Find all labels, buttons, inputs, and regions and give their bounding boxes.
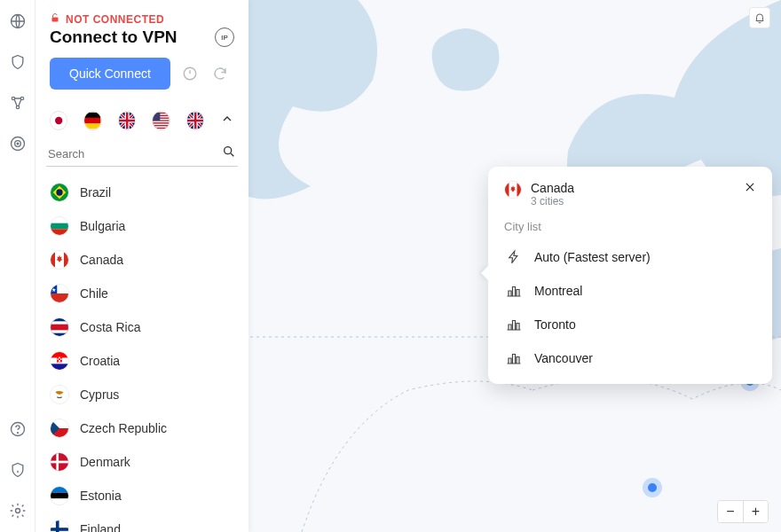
- lock-open-icon: [50, 12, 60, 26]
- city-item-label: Auto (Fastest server): [534, 250, 651, 264]
- svg-rect-62: [51, 498, 68, 505]
- recent-flag-usa[interactable]: [152, 111, 170, 130]
- notifications-button[interactable]: [749, 7, 770, 28]
- city-icon: [506, 350, 522, 366]
- city-item-auto[interactable]: Auto (Fastest server): [504, 240, 756, 274]
- quick-connect-button[interactable]: Quick Connect: [50, 58, 170, 90]
- svg-rect-50: [59, 358, 60, 360]
- country-item-cyprus[interactable]: Cyprus: [36, 378, 248, 411]
- nav-shield-icon[interactable]: [5, 50, 30, 74]
- recent-countries: [36, 98, 248, 141]
- svg-rect-36: [64, 251, 68, 269]
- recent-flag-germany[interactable]: [83, 111, 101, 130]
- country-item-chile[interactable]: ★ Chile: [36, 277, 248, 310]
- svg-rect-38: [51, 293, 68, 302]
- nav-firewall-icon[interactable]: [5, 458, 30, 482]
- country-item-label: Brazil: [80, 185, 111, 200]
- svg-rect-51: [57, 360, 59, 362]
- popup-city-count: 3 cities: [531, 195, 574, 207]
- nav-settings-icon[interactable]: [5, 498, 30, 523]
- svg-rect-65: [51, 528, 68, 531]
- country-item-label: Bulgaria: [80, 219, 125, 233]
- country-item-brazil[interactable]: Brazil: [36, 176, 248, 209]
- lightning-icon: [506, 249, 522, 265]
- reconnect-button[interactable]: [209, 63, 231, 84]
- city-icon: [506, 283, 522, 299]
- pause-button[interactable]: [179, 63, 201, 84]
- svg-rect-33: [51, 229, 68, 235]
- svg-point-5: [14, 141, 20, 147]
- country-item-label: Czech Republic: [80, 421, 167, 435]
- svg-rect-10: [52, 18, 59, 22]
- svg-rect-25: [153, 113, 160, 121]
- country-item-label: Costa Rica: [80, 320, 140, 334]
- search-row: [46, 141, 238, 167]
- flag-icon-br: [50, 183, 69, 202]
- svg-rect-32: [51, 223, 68, 230]
- nav-rail: [0, 0, 36, 532]
- search-input[interactable]: [48, 147, 222, 160]
- svg-point-2: [20, 97, 23, 99]
- zoom-out-button[interactable]: −: [718, 501, 743, 522]
- country-item-denmark[interactable]: Denmark: [36, 445, 248, 479]
- flag-icon-hr: [50, 351, 69, 371]
- popup-close-button[interactable]: [744, 181, 756, 197]
- nav-target-icon[interactable]: [5, 131, 30, 156]
- map-area[interactable]: Canada 3 cities City list Auto (Fastest …: [248, 0, 781, 532]
- country-list[interactable]: Brazil Bulgaria Canada ★ Chile Costa Ric…: [36, 172, 248, 532]
- svg-point-4: [11, 137, 24, 151]
- city-item-montreal[interactable]: Montreal: [504, 274, 756, 308]
- flag-icon-cl: ★: [50, 284, 69, 303]
- svg-rect-52: [60, 360, 62, 362]
- svg-rect-15: [84, 118, 100, 123]
- svg-rect-49: [60, 356, 62, 358]
- flag-icon-ca: [50, 250, 69, 270]
- country-item-croatia[interactable]: Croatia: [36, 344, 248, 378]
- nav-globe-icon[interactable]: [5, 9, 30, 34]
- recent-flag-uk[interactable]: [118, 111, 136, 130]
- country-item-finland[interactable]: Finland: [36, 512, 248, 532]
- svg-rect-31: [51, 217, 68, 223]
- country-item-label: Canada: [80, 253, 123, 267]
- svg-rect-69: [517, 182, 522, 198]
- flag-icon-cy: [50, 385, 69, 404]
- svg-point-6: [17, 143, 19, 145]
- recent-flag-uk-2[interactable]: [186, 111, 204, 130]
- svg-point-1: [12, 97, 14, 99]
- zoom-in-button[interactable]: +: [743, 501, 768, 522]
- svg-rect-48: [57, 356, 59, 358]
- city-icon: [506, 317, 522, 332]
- svg-point-13: [55, 117, 62, 124]
- ip-button[interactable]: IP: [215, 27, 234, 47]
- svg-rect-35: [51, 251, 55, 269]
- zoom-controls: − +: [717, 500, 769, 523]
- server-dot[interactable]: [648, 483, 657, 492]
- country-item-canada[interactable]: Canada: [36, 243, 248, 277]
- country-item-czech-republic[interactable]: Czech Republic: [36, 411, 248, 445]
- country-item-estonia[interactable]: Estonia: [36, 479, 248, 512]
- flag-icon-ca: [504, 181, 522, 199]
- country-item-bulgaria[interactable]: Bulgaria: [36, 209, 248, 243]
- nav-help-icon[interactable]: [5, 417, 30, 442]
- country-item-label: Chile: [80, 286, 108, 301]
- popup-country-name: Canada: [531, 181, 574, 195]
- status-row: NOT CONNECTED: [50, 12, 234, 26]
- city-item-toronto[interactable]: Toronto: [504, 308, 756, 341]
- country-detail-popup: Canada 3 cities City list Auto (Fastest …: [488, 167, 772, 384]
- recent-collapse-button[interactable]: [220, 112, 234, 129]
- recent-flag-japan[interactable]: [50, 111, 67, 130]
- country-item-costa-rica[interactable]: Costa Rica: [36, 310, 248, 344]
- search-icon[interactable]: [222, 145, 236, 162]
- svg-point-8: [17, 433, 18, 434]
- nav-mesh-icon[interactable]: [5, 90, 30, 115]
- svg-rect-23: [153, 124, 169, 125]
- svg-rect-61: [51, 493, 68, 499]
- svg-rect-60: [51, 487, 68, 493]
- svg-point-27: [225, 147, 232, 154]
- svg-rect-22: [153, 121, 169, 122]
- city-item-vancouver[interactable]: Vancouver: [504, 341, 756, 375]
- page-title: Connect to VPN: [50, 27, 178, 47]
- sidebar: NOT CONNECTED Connect to VPN IP Quick Co…: [36, 0, 248, 532]
- svg-rect-68: [505, 182, 509, 198]
- flag-icon-fi: [50, 520, 69, 532]
